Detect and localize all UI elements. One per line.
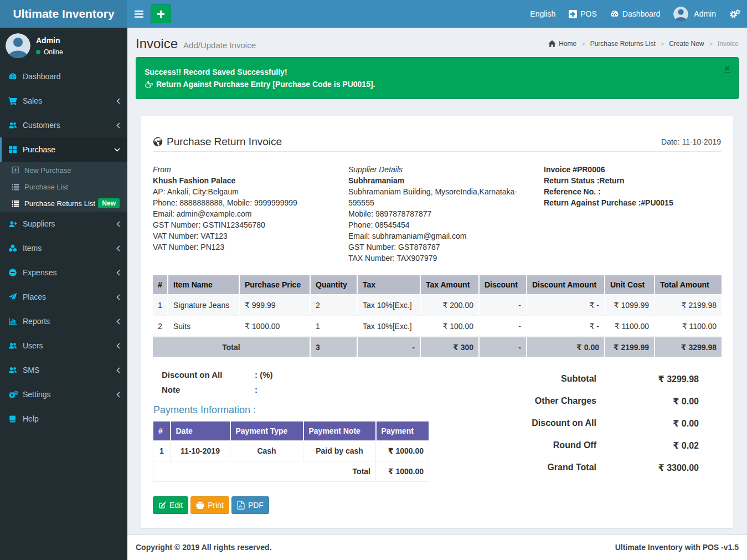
paper-plane-icon	[8, 292, 18, 301]
discount-on-all-label: Discount on All	[162, 370, 255, 379]
items-table-row: 2 Suits ₹ 1000.00 1 Tax 10%[Exc.] ₹ 100.…	[153, 316, 722, 337]
nav-pos[interactable]: POS	[562, 0, 604, 28]
pdf-button[interactable]: PDF	[231, 496, 269, 514]
page-subtitle: Add/Update Invoice	[183, 40, 256, 50]
items-table-total-row: Total 3 - ₹ 300 - ₹ 0.00 ₹ 2199.99 ₹ 329…	[153, 337, 722, 357]
breadcrumb-purchase-returns-list[interactable]: Purchase Returns List	[590, 40, 656, 48]
sidebar-item-dashboard[interactable]: Dashboard	[0, 64, 127, 89]
list-icon	[12, 183, 20, 191]
items-table-header-row: # Item Name Purchase Price Quantity Tax …	[153, 275, 722, 295]
book-icon	[8, 415, 18, 423]
sidebar-item-suppliers[interactable]: Suppliers	[0, 212, 127, 236]
discount-on-all-value: : (%)	[255, 370, 273, 379]
payments-table: # Date Payment Type Payment Note Payment…	[153, 421, 430, 482]
quick-add-button[interactable]	[151, 4, 171, 23]
chevron-left-icon	[116, 318, 120, 325]
note-value: :	[255, 385, 257, 394]
dashboard-icon	[610, 9, 619, 18]
hand-pointing-right-icon	[145, 80, 153, 89]
sidebar-item-sms[interactable]: SMS	[0, 358, 127, 382]
chevron-left-icon	[116, 270, 120, 276]
items-table: # Item Name Purchase Price Quantity Tax …	[153, 275, 722, 357]
page-title: Invoice	[136, 36, 178, 52]
supplier-heading: Supplier Details	[348, 164, 533, 175]
chevron-left-icon	[116, 367, 120, 373]
sidebar-user-status[interactable]: Online	[36, 48, 63, 56]
subtotal-row: Subtotal ₹ 3299.98	[488, 368, 699, 390]
sidebar-item-settings[interactable]: Settings	[0, 382, 127, 407]
payments-table-total-row: Total ₹ 1000.00	[153, 461, 429, 482]
sidebar-item-new-purchase[interactable]: New Purchase	[0, 162, 127, 178]
sidebar-item-help[interactable]: Help	[0, 407, 127, 431]
users-icon	[8, 366, 18, 374]
totals-block: Subtotal ₹ 3299.98 Other Charges ₹ 0.00 …	[488, 368, 721, 514]
breadcrumb-active: Invoice	[718, 40, 739, 48]
nav-dashboard[interactable]: Dashboard	[604, 0, 667, 28]
edit-button[interactable]: Edit	[153, 496, 188, 514]
plus-square-outline-icon	[12, 166, 20, 174]
print-button[interactable]: Print	[190, 496, 229, 514]
supplier-block: Supplier Details Subhramaniam Subhramani…	[348, 164, 544, 264]
sidebar-item-expenses[interactable]: Expenses	[0, 260, 127, 285]
chevron-left-icon	[116, 343, 120, 349]
sidebar-toggle-button[interactable]	[127, 0, 151, 28]
cubes-icon	[8, 244, 18, 253]
gears-icon	[729, 9, 740, 18]
breadcrumb-create-new[interactable]: Create New	[669, 40, 704, 48]
from-block: From Khush Fashion Palace AP: Ankali, Ci…	[153, 164, 348, 264]
chevron-left-icon	[116, 122, 120, 129]
payments-heading: Payments Information :	[153, 404, 488, 416]
sidebar-item-purchase-list[interactable]: Purchase List	[0, 178, 127, 195]
nav-language[interactable]: English	[523, 0, 562, 28]
nav-user-menu[interactable]: Admin	[667, 0, 723, 28]
sidebar-user-avatar	[6, 33, 30, 58]
sidebar-item-purchase-returns-list[interactable]: Purchase Returns List New	[0, 195, 127, 212]
sidebar-item-sales[interactable]: Sales	[0, 89, 127, 113]
note-label: Note	[162, 385, 255, 394]
minus-circle-icon	[8, 268, 18, 277]
footer: Ultimate Inventory with POS -v1.5 Copyri…	[127, 535, 747, 560]
sidebar-user-panel: Admin Online	[0, 28, 127, 64]
sidebar-item-reports[interactable]: Reports	[0, 309, 127, 333]
plus-square-icon	[569, 10, 577, 18]
globe-icon	[153, 137, 163, 147]
round-off-row: Round Off ₹ 0.02	[488, 434, 699, 456]
items-table-row: 1 Signature Jeans ₹ 999.99 2 Tax 10%[Exc…	[153, 295, 722, 316]
alert-message: Return Against Purchase Entry [Purchase …	[156, 78, 375, 90]
dashboard-icon	[8, 72, 18, 81]
online-dot-icon	[36, 50, 40, 54]
invoice-number: Invoice #PR0006	[544, 164, 721, 175]
home-icon	[548, 40, 556, 48]
printer-icon	[196, 501, 204, 509]
new-badge: New	[98, 198, 120, 208]
note-row: Note :	[162, 385, 488, 394]
nav-user-label: Admin	[694, 9, 716, 18]
gears-icon	[8, 391, 18, 399]
top-navbar: Ultimate Inventory English POS Da	[0, 0, 747, 28]
sidebar-item-items[interactable]: Items	[0, 236, 127, 260]
sidebar-item-users[interactable]: Users	[0, 333, 127, 358]
invoice-meta-block: Invoice #PR0006 Return Status :Return Re…	[544, 164, 721, 264]
file-pdf-icon	[237, 501, 245, 510]
discount-on-all-total-row: Discount on All ₹ 0.00	[488, 412, 699, 434]
sidebar-item-places[interactable]: Places	[0, 285, 127, 309]
breadcrumb-home[interactable]: Home	[559, 40, 576, 48]
invoice-title: Purchase Return Invoice	[167, 136, 282, 148]
success-alert: Success!! Record Saved Successfully! Ret…	[136, 57, 739, 99]
from-name: Khush Fashion Palace	[153, 175, 337, 186]
nav-settings[interactable]	[723, 0, 747, 28]
users-icon	[8, 341, 18, 350]
invoice-card: Purchase Return Invoice Date: 11-10-2019…	[141, 116, 733, 528]
brand-logo[interactable]: Ultimate Inventory	[0, 0, 127, 28]
sidebar-item-customers[interactable]: Customers	[0, 113, 127, 137]
nav-dashboard-label: Dashboard	[622, 9, 661, 18]
list-icon	[12, 199, 20, 207]
return-against-purchase: Return Against Purchase :#PU0015	[544, 197, 721, 208]
alert-close-button[interactable]: ×	[725, 64, 730, 73]
sidebar-item-purchase[interactable]: Purchase	[0, 137, 127, 162]
from-heading: From	[153, 164, 337, 175]
content-header: Invoice Add/Update Invoice Home > Purcha…	[127, 28, 747, 52]
nav-language-label: English	[530, 9, 555, 18]
chevron-down-icon	[114, 148, 120, 152]
chevron-left-icon	[116, 221, 120, 227]
